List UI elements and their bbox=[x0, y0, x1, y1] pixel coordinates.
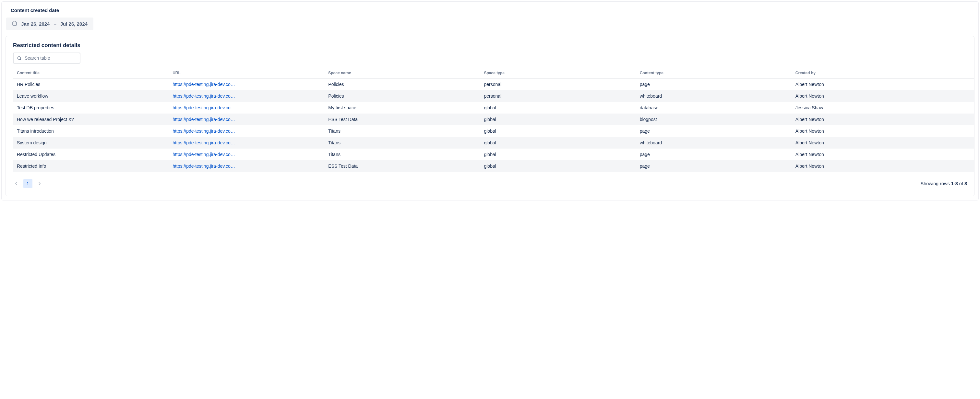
table-row: Test DB propertieshttps://pde-testing.ji… bbox=[13, 102, 974, 113]
col-created-by[interactable]: Created by bbox=[792, 68, 974, 78]
results-card: Restricted content details Content title… bbox=[5, 36, 975, 196]
cell-url[interactable]: https://pde-testing.jira-dev.co… bbox=[169, 113, 324, 125]
pagination: 1 Showing rows 1-8 of 8 bbox=[6, 172, 974, 192]
table-row: Restricted Infohttps://pde-testing.jira-… bbox=[13, 160, 974, 172]
table-row: Titans introductionhttps://pde-testing.j… bbox=[13, 125, 974, 137]
cell-created-by: Albert Newton bbox=[792, 137, 974, 148]
cell-content-title: How we released Project X? bbox=[13, 113, 169, 125]
cell-url[interactable]: https://pde-testing.jira-dev.co… bbox=[169, 90, 324, 102]
cell-space-name: Policies bbox=[324, 90, 480, 102]
cell-space-type: personal bbox=[480, 90, 636, 102]
table-row: Leave workflowhttps://pde-testing.jira-d… bbox=[13, 90, 974, 102]
cell-space-type: global bbox=[480, 137, 636, 148]
date-range-filter[interactable]: Jan 26, 2024 – Jul 26, 2024 bbox=[6, 18, 93, 30]
cell-content-type: whiteboard bbox=[636, 137, 792, 148]
cell-content-title: System design bbox=[13, 137, 169, 148]
page-number-current[interactable]: 1 bbox=[23, 179, 32, 188]
cell-content-type: page bbox=[636, 148, 792, 160]
col-url[interactable]: URL bbox=[169, 68, 324, 78]
table-row: Restricted Updateshttps://pde-testing.ji… bbox=[13, 148, 974, 160]
table-row: How we released Project X?https://pde-te… bbox=[13, 113, 974, 125]
calendar-icon bbox=[12, 21, 17, 27]
cell-content-title: Restricted Updates bbox=[13, 148, 169, 160]
cell-created-by: Albert Newton bbox=[792, 78, 974, 90]
filter-label: Content created date bbox=[2, 8, 978, 13]
cell-content-type: database bbox=[636, 102, 792, 113]
showing-range: 1-8 bbox=[951, 181, 958, 186]
search-input[interactable] bbox=[13, 53, 80, 64]
cell-content-title: Test DB properties bbox=[13, 102, 169, 113]
cell-created-by: Albert Newton bbox=[792, 125, 974, 137]
cell-space-name: ESS Test Data bbox=[324, 160, 480, 172]
date-from: Jan 26, 2024 bbox=[21, 21, 49, 27]
cell-space-name: Titans bbox=[324, 137, 480, 148]
cell-content-title: Leave workflow bbox=[13, 90, 169, 102]
cell-content-type: page bbox=[636, 78, 792, 90]
col-content-title[interactable]: Content title bbox=[13, 68, 169, 78]
of-word: of bbox=[958, 181, 964, 186]
showing-total: 8 bbox=[964, 181, 967, 186]
cell-content-type: whiteboard bbox=[636, 90, 792, 102]
cell-url[interactable]: https://pde-testing.jira-dev.co… bbox=[169, 78, 324, 90]
col-space-type[interactable]: Space type bbox=[480, 68, 636, 78]
next-page-button[interactable] bbox=[35, 179, 44, 188]
cell-content-title: HR Policies bbox=[13, 78, 169, 90]
cell-space-name: Titans bbox=[324, 148, 480, 160]
cell-url[interactable]: https://pde-testing.jira-dev.co… bbox=[169, 137, 324, 148]
prev-page-button[interactable] bbox=[12, 179, 21, 188]
cell-created-by: Albert Newton bbox=[792, 90, 974, 102]
cell-url[interactable]: https://pde-testing.jira-dev.co… bbox=[169, 102, 324, 113]
search-table-wrap bbox=[13, 53, 80, 64]
page-container: Content created date Jan 26, 2024 – Jul … bbox=[1, 1, 979, 201]
content-table: Content title URL Space name Space type … bbox=[13, 68, 974, 172]
cell-content-type: blogpost bbox=[636, 113, 792, 125]
cell-created-by: Jessica Shaw bbox=[792, 102, 974, 113]
cell-space-type: global bbox=[480, 102, 636, 113]
date-to: Jul 26, 2024 bbox=[60, 21, 88, 27]
svg-line-5 bbox=[20, 59, 21, 60]
svg-point-4 bbox=[18, 57, 21, 60]
svg-rect-0 bbox=[13, 22, 16, 25]
cell-content-title: Titans introduction bbox=[13, 125, 169, 137]
date-separator: – bbox=[54, 21, 56, 27]
table-row: System designhttps://pde-testing.jira-de… bbox=[13, 137, 974, 148]
search-icon bbox=[17, 56, 22, 61]
cell-content-type: page bbox=[636, 125, 792, 137]
col-space-name[interactable]: Space name bbox=[324, 68, 480, 78]
cell-content-title: Restricted Info bbox=[13, 160, 169, 172]
pagination-controls: 1 bbox=[12, 179, 44, 188]
showing-prefix: Showing rows bbox=[921, 181, 951, 186]
cell-url[interactable]: https://pde-testing.jira-dev.co… bbox=[169, 148, 324, 160]
cell-created-by: Albert Newton bbox=[792, 160, 974, 172]
cell-space-type: global bbox=[480, 125, 636, 137]
cell-space-name: ESS Test Data bbox=[324, 113, 480, 125]
cell-url[interactable]: https://pde-testing.jira-dev.co… bbox=[169, 160, 324, 172]
cell-url[interactable]: https://pde-testing.jira-dev.co… bbox=[169, 125, 324, 137]
cell-space-type: global bbox=[480, 160, 636, 172]
card-title: Restricted content details bbox=[6, 42, 974, 49]
cell-content-type: page bbox=[636, 160, 792, 172]
cell-space-name: My first space bbox=[324, 102, 480, 113]
cell-created-by: Albert Newton bbox=[792, 148, 974, 160]
table-header-row: Content title URL Space name Space type … bbox=[13, 68, 974, 78]
table-row: HR Policieshttps://pde-testing.jira-dev.… bbox=[13, 78, 974, 90]
cell-space-name: Titans bbox=[324, 125, 480, 137]
cell-space-type: personal bbox=[480, 78, 636, 90]
cell-space-name: Policies bbox=[324, 78, 480, 90]
col-content-type[interactable]: Content type bbox=[636, 68, 792, 78]
cell-space-type: global bbox=[480, 113, 636, 125]
cell-space-type: global bbox=[480, 148, 636, 160]
pagination-summary: Showing rows 1-8 of 8 bbox=[921, 181, 967, 186]
cell-created-by: Albert Newton bbox=[792, 113, 974, 125]
